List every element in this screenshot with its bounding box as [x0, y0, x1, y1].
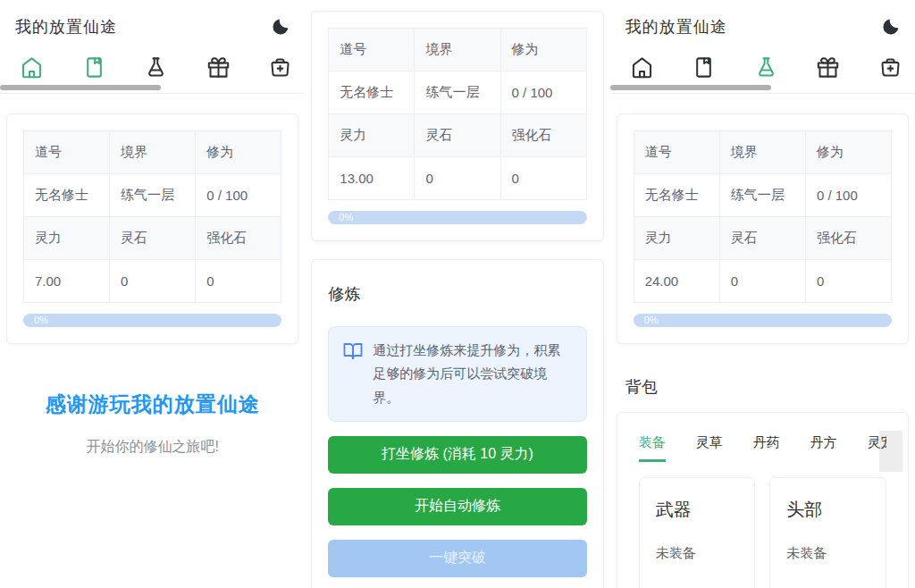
stats-value-cell: 0: [110, 260, 196, 303]
home-icon: [20, 55, 44, 80]
stats-value-cell: 0: [500, 157, 586, 200]
stats-header-cell: 强化石: [500, 114, 586, 157]
backpack-tab-pets[interactable]: 灵宠: [868, 434, 886, 462]
gift-icon: [816, 55, 840, 80]
moon-icon[interactable]: [270, 16, 291, 38]
medkit-icon: [268, 55, 292, 80]
stats-header-cell: 强化石: [805, 217, 891, 260]
auto-cultivate-button[interactable]: 开始自动修炼: [328, 488, 586, 525]
stats-value-cell: 无名修士: [24, 174, 110, 217]
stats-header-cell: 灵石: [110, 217, 196, 260]
cultivation-info-box: 通过打坐修炼来提升修为，积累足够的修为后可以尝试突破境界。: [328, 326, 586, 422]
stats-card: 道号 境界 修为 无名修士 练气一层 0 / 100 灵力 灵石 强化石 24.…: [617, 113, 909, 344]
stats-value-cell: 练气一层: [415, 71, 500, 114]
stats-card: 道号 境界 修为 无名修士 练气一层 0 / 100 灵力 灵石 强化石 7.0…: [6, 113, 298, 344]
flask-icon: [144, 55, 168, 80]
stats-value-cell: 0: [719, 260, 805, 303]
cultivation-info-text: 通过打坐修炼来提升修为，积累足够的修为后可以尝试突破境界。: [373, 339, 572, 409]
app-title: 我的放置仙途: [15, 16, 117, 38]
stats-value-cell: 无名修士: [329, 71, 415, 114]
backpack-title: 背包: [625, 376, 915, 398]
app-title: 我的放置仙途: [625, 16, 727, 38]
tab-medicine[interactable]: [878, 55, 902, 80]
welcome-block: 感谢游玩我的放置仙途 开始你的修仙之旅吧!: [0, 391, 305, 457]
moon-icon[interactable]: [880, 16, 902, 38]
stats-header-cell: 境界: [110, 131, 196, 174]
open-book-icon: [342, 340, 364, 362]
stats-header-cell: 修为: [196, 131, 281, 174]
tab-gift[interactable]: [206, 55, 231, 80]
stats-header-cell: 灵石: [719, 217, 805, 260]
stats-header-cell: 灵力: [329, 114, 415, 157]
panel-cultivation: 道号 境界 修为 无名修士 练气一层 0 / 100 灵力 灵石 强化石 13.…: [305, 0, 609, 588]
backpack-tabs: 装备 灵草 丹药 丹方 灵宠: [639, 434, 886, 462]
panel-home: 我的放置仙途 道号 境界 修为 无名修士: [0, 0, 305, 588]
welcome-subtitle: 开始你的修仙之旅吧!: [0, 438, 305, 457]
stats-card: 道号 境界 修为 无名修士 练气一层 0 / 100 灵力 灵石 强化石 13.…: [311, 11, 603, 241]
flask-icon: [754, 55, 778, 80]
stats-header-cell: 修为: [500, 29, 586, 71]
stats-table: 道号 境界 修为 无名修士 练气一层 0 / 100 灵力 灵石 强化石 7.0…: [23, 130, 281, 303]
cultivation-progress-bar: 0%: [634, 314, 892, 327]
home-icon: [630, 55, 654, 80]
journal-icon: [82, 55, 106, 80]
stats-header-cell: 灵力: [24, 217, 110, 260]
tabbar-scrollbar[interactable]: [0, 85, 161, 90]
slot-name: 武器: [656, 498, 739, 522]
tab-medicine[interactable]: [268, 55, 292, 80]
slot-status: 未装备: [786, 545, 869, 562]
backpack-tab-herbs[interactable]: 灵草: [696, 434, 723, 462]
cultivation-section-title: 修炼: [328, 283, 586, 305]
panel-backpack: 我的放置仙途 道号 境界 修为 无名修士: [610, 0, 915, 588]
equipment-grid: 武器 未装备 头部 未装备: [639, 477, 886, 588]
backpack-tab-equipment[interactable]: 装备: [639, 434, 666, 462]
slot-status: 未装备: [656, 545, 739, 562]
stats-value-cell: 无名修士: [634, 174, 719, 217]
stats-value-cell: 7.00: [24, 260, 110, 303]
tab-journal[interactable]: [82, 55, 106, 80]
stats-header-cell: 灵石: [415, 114, 500, 157]
stats-header-cell: 境界: [415, 29, 500, 71]
backpack-tab-pills[interactable]: 丹药: [753, 434, 780, 462]
welcome-title: 感谢游玩我的放置仙途: [0, 391, 305, 418]
stats-table: 道号 境界 修为 无名修士 练气一层 0 / 100 灵力 灵石 强化石 13.…: [328, 28, 586, 200]
stats-header-cell: 修为: [805, 131, 891, 174]
tab-home[interactable]: [630, 55, 654, 80]
stats-value-cell: 24.00: [634, 260, 719, 303]
stats-value-cell: 0 / 100: [805, 174, 891, 217]
equipment-slot-head[interactable]: 头部 未装备: [769, 477, 886, 588]
equipment-slot-weapon[interactable]: 武器 未装备: [639, 477, 756, 588]
stats-value-cell: 练气一层: [719, 174, 805, 217]
cultivation-progress-bar: 0%: [328, 211, 586, 224]
stats-value-cell: 0 / 100: [500, 71, 586, 114]
stats-value-cell: 0: [415, 157, 500, 200]
tabbar-scroll-track: [0, 81, 305, 94]
stats-header-cell: 道号: [24, 131, 110, 174]
app-screen: 我的放置仙途 道号 境界 修为 无名修士: [0, 0, 915, 588]
stats-header-cell: 境界: [719, 131, 805, 174]
medkit-icon: [878, 55, 902, 80]
stats-value-cell: 0: [805, 260, 891, 303]
cultivation-card: 修炼 通过打坐修炼来提升修为，积累足够的修为后可以尝试突破境界。 打坐修炼 (消…: [311, 259, 603, 588]
meditate-button[interactable]: 打坐修炼 (消耗 10 灵力): [328, 436, 586, 474]
tab-journal[interactable]: [692, 55, 716, 80]
stats-header-cell: 道号: [634, 131, 719, 174]
tabbar-scrollbar[interactable]: [610, 85, 771, 90]
breakthrough-button[interactable]: 一键突破: [328, 540, 586, 577]
tab-gift[interactable]: [816, 55, 840, 80]
stats-value-cell: 练气一层: [110, 174, 196, 217]
cultivation-progress-bar: 0%: [23, 314, 281, 327]
stats-value-cell: 0: [196, 260, 281, 303]
stats-value-cell: 13.00: [329, 157, 415, 200]
tab-alchemy[interactable]: [144, 55, 168, 80]
backpack-card: 装备 灵草 丹药 丹方 灵宠 武器 未装备 头部 未装备: [617, 412, 909, 588]
tab-alchemy[interactable]: [754, 55, 778, 80]
stats-header-cell: 强化石: [196, 217, 281, 260]
backpack-tab-recipes[interactable]: 丹方: [810, 434, 837, 462]
tab-bar: [0, 53, 305, 81]
stats-value-cell: 0 / 100: [196, 174, 281, 217]
gift-icon: [206, 55, 231, 80]
tab-home[interactable]: [20, 55, 44, 80]
tabbar-scroll-track: [610, 81, 915, 94]
stats-header-cell: 道号: [329, 29, 415, 71]
